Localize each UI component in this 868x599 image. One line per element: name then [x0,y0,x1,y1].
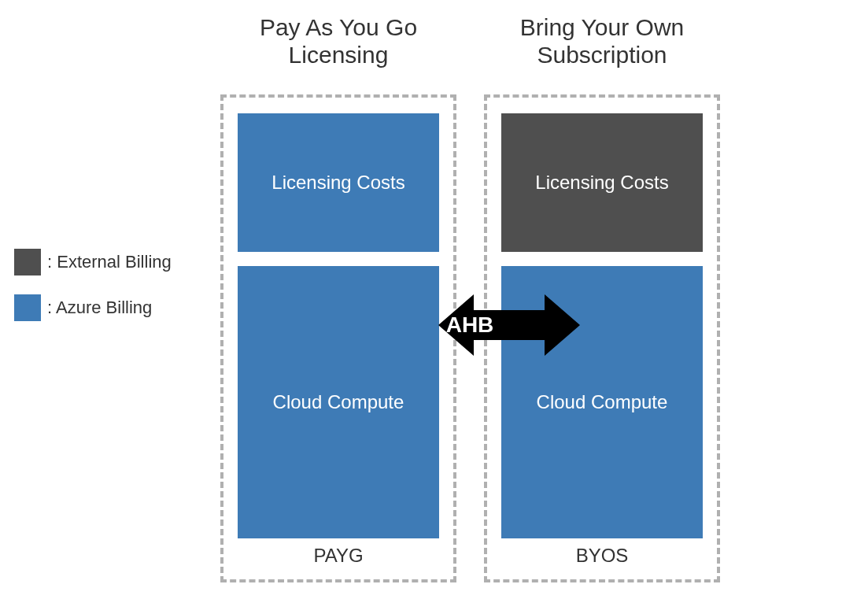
legend-label-external: : External Billing [47,252,172,272]
left-column-title: Pay As You Go Licensing [220,14,456,68]
legend-swatch-azure [14,294,41,321]
legend-swatch-external [14,249,41,275]
right-compute-label: Cloud Compute [537,391,668,413]
right-title-line2: Subscription [484,42,720,69]
right-column-title: Bring Your Own Subscription [484,14,720,68]
right-title-line1: Bring Your Own [484,14,720,42]
diagram-stage: : External Billing : Azure Billing Pay A… [0,0,868,599]
legend-row-external: : External Billing [14,249,172,275]
left-title-line2: Licensing [220,42,456,69]
left-title-line1: Pay As You Go [220,14,456,42]
left-compute-label: Cloud Compute [273,391,404,413]
legend: : External Billing : Azure Billing [14,249,172,340]
right-licensing-label: Licensing Costs [535,172,668,194]
ahb-arrow: AHB [348,291,592,359]
double-arrow-icon [348,291,592,359]
left-footer: PAYG [223,545,453,567]
right-licensing-block: Licensing Costs [501,113,703,252]
left-licensing-block: Licensing Costs [238,113,439,252]
svg-marker-0 [438,294,580,356]
left-licensing-label: Licensing Costs [271,172,404,194]
legend-row-azure: : Azure Billing [14,294,172,321]
right-footer: BYOS [487,545,717,567]
legend-label-azure: : Azure Billing [47,298,152,318]
